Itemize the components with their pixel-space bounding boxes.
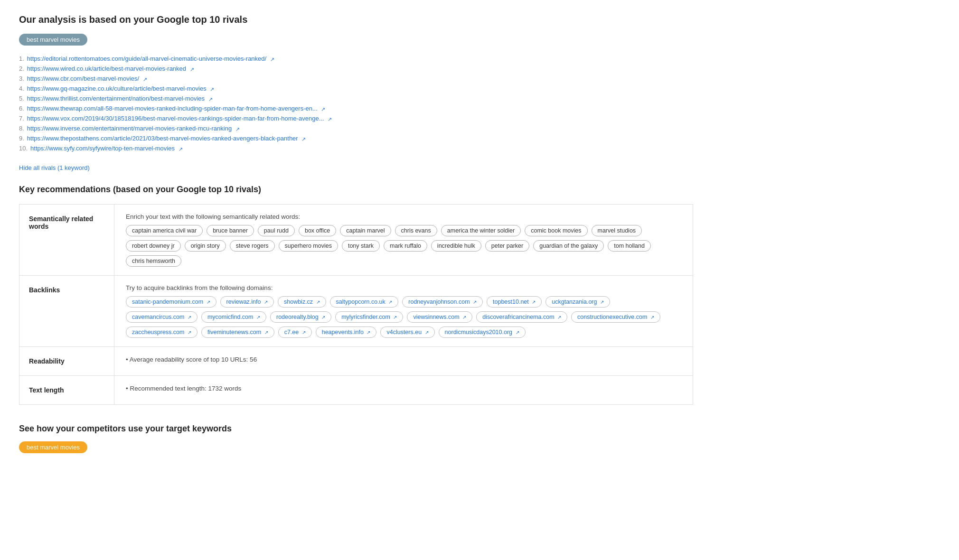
readability-row: Readability Average readability score of… <box>19 347 693 376</box>
competitors-keyword-badge: best marvel movies <box>19 441 87 453</box>
external-link-icon: ↗ <box>425 330 429 335</box>
backlink-tag[interactable]: satanic-pandemonium.com ↗ <box>126 296 216 308</box>
external-link-icon: ↗ <box>270 56 276 62</box>
external-link-icon: ↗ <box>302 330 306 335</box>
rival-link[interactable]: https://www.inverse.com/entertainment/ma… <box>27 125 232 132</box>
semantic-tag: steve rogers <box>230 240 275 252</box>
semantic-tag: america the winter soldier <box>441 225 521 236</box>
backlink-tag[interactable]: zaccheuspress.com ↗ <box>126 327 197 338</box>
external-link-icon: ↗ <box>532 299 536 305</box>
rival-link[interactable]: https://www.syfy.com/syfywire/top-ten-ma… <box>30 145 175 152</box>
backlink-tag[interactable]: v4clusters.eu ↗ <box>380 327 434 338</box>
external-link-icon: ↗ <box>208 96 214 102</box>
external-link-icon: ↗ <box>143 76 149 82</box>
rival-link[interactable]: https://www.vox.com/2019/4/30/18518196/b… <box>27 115 324 122</box>
semantic-tag: origin story <box>185 240 226 252</box>
semantic-tag: marvel studios <box>592 225 642 236</box>
rival-num: 4. <box>19 85 24 92</box>
semantic-tag: comic book movies <box>525 225 587 236</box>
backlink-tag[interactable]: cavemancircus.com ↗ <box>126 311 197 323</box>
competitors-title: See how your competitors use your target… <box>19 424 693 434</box>
external-link-icon: ↗ <box>207 299 210 305</box>
backlinks-tags-container: satanic-pandemonium.com ↗reviewaz.info ↗… <box>126 296 681 338</box>
semantic-label: Semantically related words <box>19 205 114 276</box>
backlink-tag[interactable]: reviewaz.info ↗ <box>220 296 274 308</box>
external-link-icon: ↗ <box>316 299 320 305</box>
recommendations-title: Key recommendations (based on your Googl… <box>19 185 693 195</box>
rival-item: 1.https://editorial.rottentomatoes.com/g… <box>19 55 693 62</box>
readability-text: Average readability score of top 10 URLs… <box>126 356 257 363</box>
hide-rivals-link[interactable]: Hide all rivals (1 keyword) <box>19 164 90 171</box>
backlinks-content: Try to acquire backlinks from the follow… <box>114 276 693 347</box>
rival-link[interactable]: https://editorial.rottentomatoes.com/gui… <box>27 55 266 62</box>
semantic-tag: mark ruffalo <box>384 240 427 252</box>
external-link-icon: ↗ <box>557 315 561 320</box>
semantic-tag: incredible hulk <box>431 240 481 252</box>
backlink-tag[interactable]: constructionexecutive.com ↗ <box>571 311 660 323</box>
backlink-tag[interactable]: uckgtanzania.org ↗ <box>545 296 610 308</box>
backlinks-intro-text: Try to acquire backlinks from the follow… <box>126 284 273 291</box>
semantic-intro-text: Enrich your text with the following sema… <box>126 213 300 220</box>
backlink-tag[interactable]: mycomicfind.com ↗ <box>201 311 266 323</box>
backlink-tag[interactable]: topbest10.net ↗ <box>487 296 542 308</box>
external-link-icon: ↗ <box>388 299 392 305</box>
rival-item: 3.https://www.cbr.com/best-marvel-movies… <box>19 75 693 82</box>
external-link-icon: ↗ <box>516 330 519 335</box>
text-length-row: Text length Recommended text length: 173… <box>19 376 693 405</box>
backlinks-label: Backlinks <box>19 276 114 347</box>
backlink-tag[interactable]: nordicmusicdays2010.org ↗ <box>439 327 526 338</box>
semantic-tag: tom holland <box>608 240 651 252</box>
rival-num: 8. <box>19 125 24 132</box>
backlink-tag[interactable]: c7.ee ↗ <box>278 327 312 338</box>
external-link-icon: ↗ <box>321 106 327 112</box>
semantic-tag: superhero movies <box>279 240 338 252</box>
semantic-tag: guardian of the galaxy <box>533 240 604 252</box>
rival-link[interactable]: https://www.thrillist.com/entertainment/… <box>27 95 205 102</box>
rival-link[interactable]: https://www.thewrap.com/all-58-marvel-mo… <box>27 105 318 112</box>
rival-num: 9. <box>19 135 24 142</box>
external-link-icon: ↗ <box>264 299 268 305</box>
rival-link[interactable]: https://www.cbr.com/best-marvel-movies/ <box>27 75 139 82</box>
rival-link[interactable]: https://www.thepostathens.com/article/20… <box>27 135 298 142</box>
semantic-row: Semantically related words Enrich your t… <box>19 205 693 276</box>
semantic-tag: paul rudd <box>258 225 295 236</box>
external-link-icon: ↗ <box>190 66 196 72</box>
rival-item: 4.https://www.gq-magazine.co.uk/culture/… <box>19 85 693 92</box>
rival-link[interactable]: https://www.gq-magazine.co.uk/culture/ar… <box>27 85 207 92</box>
backlink-tag[interactable]: rodneyvanjohnson.com ↗ <box>402 296 483 308</box>
external-link-icon: ↗ <box>328 116 333 122</box>
recommendations-table: Semantically related words Enrich your t… <box>19 204 693 405</box>
analysis-title: Our analysis is based on your Google top… <box>19 14 693 25</box>
backlink-tag[interactable]: discoverafricancinema.com ↗ <box>476 311 567 323</box>
rival-item: 10.https://www.syfy.com/syfywire/top-ten… <box>19 145 693 152</box>
rival-item: 6.https://www.thewrap.com/all-58-marvel-… <box>19 105 693 112</box>
backlink-tag[interactable]: mylyricsfinder.com ↗ <box>335 311 403 323</box>
rival-num: 6. <box>19 105 24 112</box>
backlink-tag[interactable]: viewsinnews.com ↗ <box>407 311 472 323</box>
backlink-tag[interactable]: showbiz.cz ↗ <box>278 296 326 308</box>
semantic-tag: bruce banner <box>207 225 254 236</box>
external-link-icon: ↗ <box>473 299 477 305</box>
semantic-content: Enrich your text with the following sema… <box>114 205 693 276</box>
external-link-icon: ↗ <box>235 126 241 132</box>
text-length-label: Text length <box>19 376 114 405</box>
rival-num: 7. <box>19 115 24 122</box>
external-link-icon: ↗ <box>188 330 191 335</box>
backlink-tag[interactable]: fiveminutenews.com ↗ <box>201 327 274 338</box>
readability-label: Readability <box>19 347 114 376</box>
backlink-tag[interactable]: rodeorealty.blog ↗ <box>270 311 331 323</box>
rival-num: 10. <box>19 145 28 152</box>
external-link-icon: ↗ <box>367 330 370 335</box>
semantic-tag: box office <box>299 225 336 236</box>
keyword-badge: best marvel movies <box>19 34 87 46</box>
backlink-tag[interactable]: saltypopcorn.co.uk ↗ <box>330 296 399 308</box>
semantic-tag: tony stark <box>342 240 380 252</box>
external-link-icon: ↗ <box>264 330 268 335</box>
rival-num: 2. <box>19 65 24 72</box>
rival-num: 5. <box>19 95 24 102</box>
external-link-icon: ↗ <box>256 315 260 320</box>
semantic-tag: chris evans <box>395 225 437 236</box>
rival-link[interactable]: https://www.wired.co.uk/article/best-mar… <box>27 65 186 72</box>
backlink-tag[interactable]: heapevents.info ↗ <box>316 327 377 338</box>
external-link-icon: ↗ <box>321 315 325 320</box>
